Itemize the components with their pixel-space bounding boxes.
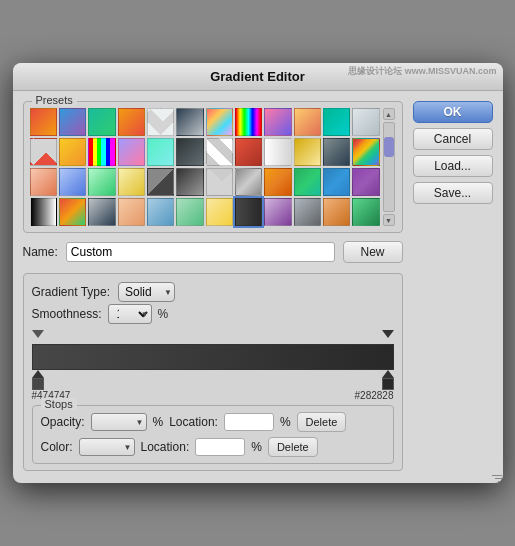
color-stop-left[interactable] — [32, 370, 44, 390]
preset-swatch[interactable] — [147, 138, 174, 166]
preset-swatch[interactable] — [352, 198, 379, 226]
save-button[interactable]: Save... — [413, 182, 493, 204]
preset-swatch[interactable] — [235, 168, 262, 196]
opacity-stop-row: Opacity: ▼ % Location: % Delete — [41, 412, 385, 432]
dialog-titlebar: Gradient Editor 思缘设计论坛 www.MISSVUAN.com — [13, 63, 503, 91]
gradient-bar[interactable] — [32, 344, 394, 370]
preset-swatch[interactable] — [176, 168, 203, 196]
color-stop-box-left — [32, 378, 44, 390]
preset-swatch[interactable] — [235, 108, 262, 136]
color-stop-label: Color: — [41, 440, 73, 454]
gradient-type-label: Gradient Type: — [32, 285, 111, 299]
preset-swatch[interactable] — [88, 108, 115, 136]
preset-swatch[interactable] — [264, 168, 291, 196]
ok-button[interactable]: OK — [413, 101, 493, 123]
preset-swatch[interactable] — [294, 198, 321, 226]
preset-swatch[interactable] — [323, 108, 350, 136]
preset-swatch[interactable] — [206, 168, 233, 196]
preset-swatch[interactable] — [264, 138, 291, 166]
gradient-type-row: Gradient Type: Solid Noise ▼ — [32, 282, 394, 302]
preset-swatch[interactable] — [235, 198, 262, 226]
color-stop-box-right — [382, 378, 394, 390]
cancel-button[interactable]: Cancel — [413, 128, 493, 150]
gradient-settings-group: Gradient Type: Solid Noise ▼ Smoothness: — [23, 273, 403, 471]
gradient-bar-section: #474747 #282828 — [32, 328, 394, 401]
preset-swatch[interactable] — [264, 198, 291, 226]
opacity-stop-right[interactable] — [382, 330, 394, 344]
color-stops-row — [32, 370, 394, 388]
opacity-location-pct: % — [280, 415, 291, 429]
preset-swatch[interactable] — [294, 168, 321, 196]
scrollbar-up-arrow[interactable]: ▲ — [383, 108, 395, 120]
smoothness-select[interactable]: 100 75 50 25 — [108, 304, 152, 324]
scrollbar-thumb[interactable] — [384, 137, 394, 157]
preset-swatch[interactable] — [206, 138, 233, 166]
opacity-stop-arrow-left — [32, 330, 44, 338]
preset-swatch[interactable] — [206, 108, 233, 136]
opacity-stop-label: Opacity: — [41, 415, 85, 429]
opacity-stop-left[interactable] — [32, 330, 44, 344]
preset-swatch[interactable] — [147, 198, 174, 226]
preset-swatch[interactable] — [352, 168, 379, 196]
preset-swatch[interactable] — [59, 108, 86, 136]
name-input[interactable] — [66, 242, 335, 262]
preset-swatch[interactable] — [176, 198, 203, 226]
preset-swatch[interactable] — [323, 198, 350, 226]
preset-swatch[interactable] — [88, 138, 115, 166]
presets-grid-container: ▲ ▼ — [30, 108, 396, 226]
presets-group: Presets ▲ ▼ — [23, 101, 403, 233]
opacity-pct-label: % — [153, 415, 164, 429]
preset-swatch[interactable] — [118, 168, 145, 196]
load-button[interactable]: Load... — [413, 155, 493, 177]
color-stop-select[interactable] — [79, 438, 135, 456]
stops-group: Stops Opacity: ▼ % Location: — [32, 405, 394, 464]
opacity-stops-row — [32, 328, 394, 344]
opacity-stop-select[interactable] — [91, 413, 147, 431]
opacity-location-label: Location: — [169, 415, 218, 429]
preset-swatch[interactable] — [235, 138, 262, 166]
dialog-title: Gradient Editor — [210, 69, 305, 84]
scrollbar-down-arrow[interactable]: ▼ — [383, 214, 395, 226]
watermark: 思缘设计论坛 www.MISSVUAN.com — [348, 65, 496, 78]
presets-label: Presets — [32, 94, 77, 106]
preset-swatch[interactable] — [118, 198, 145, 226]
preset-swatch[interactable] — [294, 138, 321, 166]
preset-swatch[interactable] — [30, 108, 57, 136]
preset-swatch[interactable] — [88, 168, 115, 196]
color-delete-button[interactable]: Delete — [268, 437, 318, 457]
preset-swatch[interactable] — [30, 168, 57, 196]
preset-swatch[interactable] — [352, 108, 379, 136]
preset-swatch[interactable] — [118, 108, 145, 136]
preset-swatch[interactable] — [323, 168, 350, 196]
preset-swatch[interactable] — [323, 138, 350, 166]
color-location-input[interactable] — [195, 438, 245, 456]
preset-swatch[interactable] — [59, 138, 86, 166]
resize-handle[interactable] — [491, 471, 503, 483]
smoothness-value-wrapper: 100 75 50 25 ▼ — [108, 304, 152, 324]
preset-swatch[interactable] — [147, 168, 174, 196]
preset-swatch[interactable] — [206, 198, 233, 226]
preset-swatch[interactable] — [59, 198, 86, 226]
color-stop-right[interactable] — [382, 370, 394, 390]
smoothness-row: Smoothness: 100 75 50 25 ▼ % — [32, 304, 394, 324]
preset-swatch[interactable] — [264, 108, 291, 136]
opacity-delete-button[interactable]: Delete — [297, 412, 347, 432]
presets-scrollbar: ▲ ▼ — [382, 108, 396, 226]
opacity-stop-select-wrapper: ▼ — [91, 413, 147, 431]
preset-swatch[interactable] — [30, 198, 57, 226]
opacity-location-input[interactable] — [224, 413, 274, 431]
preset-swatch[interactable] — [352, 138, 379, 166]
color-location-label: Location: — [141, 440, 190, 454]
preset-swatch[interactable] — [147, 108, 174, 136]
preset-swatch[interactable] — [176, 108, 203, 136]
new-button[interactable]: New — [343, 241, 403, 263]
gradient-type-select[interactable]: Solid Noise — [118, 282, 175, 302]
preset-swatch[interactable] — [118, 138, 145, 166]
preset-swatch[interactable] — [59, 168, 86, 196]
presets-grid — [30, 108, 380, 226]
preset-swatch[interactable] — [30, 138, 57, 166]
preset-swatch[interactable] — [294, 108, 321, 136]
preset-swatch[interactable] — [176, 138, 203, 166]
preset-swatch[interactable] — [88, 198, 115, 226]
scrollbar-track — [383, 122, 395, 212]
